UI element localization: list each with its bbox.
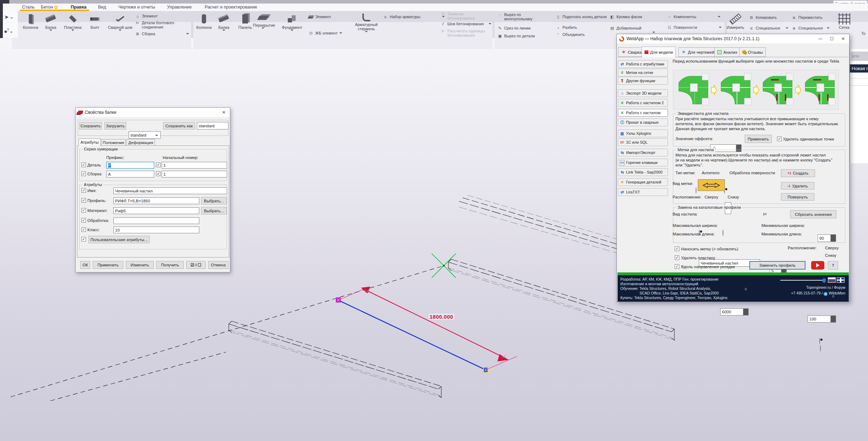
point-button-clipped[interactable]: То [861, 31, 866, 36]
delete-plate-checkbox[interactable]: ✓ [675, 255, 679, 260]
added-material-button[interactable]: ▤Добавленный [610, 26, 655, 33]
sidebar-part-generation-button[interactable]: ✕Генерация деталей [618, 178, 668, 186]
sidebar-rolled-to-welded-button[interactable]: ⒾПрокат в сварные [618, 118, 668, 126]
part-prefix-input[interactable]: P [106, 162, 154, 169]
tab-drawings[interactable]: Чертежи и отчеты [118, 5, 155, 10]
user-attributes-button[interactable]: Пользовательские атрибуты... [88, 236, 150, 243]
slab-button[interactable]: Перекрытие [253, 12, 273, 29]
cancel-button[interactable]: Отмена [208, 261, 228, 269]
group-overflow-caret[interactable] [186, 33, 189, 34]
assembly-start-checkbox[interactable]: ✓ [156, 171, 161, 176]
tab-view[interactable]: Вид [98, 5, 106, 10]
language-slider[interactable] [780, 280, 825, 281]
assembly-prefix-input[interactable]: A [106, 171, 154, 177]
get-button[interactable]: Получить [156, 261, 184, 269]
sidebar-decking2-button[interactable]: ✕Работа с настилом 2 [618, 99, 668, 107]
min-length-spinner[interactable]: 100 [808, 315, 836, 323]
copy-special-button[interactable]: ⧈Специальное [749, 26, 788, 31]
class-checkbox[interactable]: ✓ [81, 227, 86, 232]
tab-analysis[interactable]: Расчет и проектирование [205, 5, 257, 10]
pour-break-button[interactable]: ⫽Шов бетонирования [441, 22, 491, 26]
weldapp-titlebar[interactable]: WeldApp — Набор плагинов для Tekla Struc… [617, 34, 849, 43]
along-laying-checkbox[interactable]: ✓ [675, 264, 679, 269]
rotate-button[interactable]: Повернуть [781, 193, 814, 201]
remove-duplicate-points-checkbox[interactable]: ✓ [777, 137, 782, 141]
profile-checkbox[interactable]: ✓ [81, 198, 86, 203]
part-cut-button[interactable]: ▣Вырез по детали [497, 34, 535, 38]
minimize-icon[interactable]: — [815, 35, 826, 43]
tab-attributes[interactable]: Атрибуты [79, 138, 101, 146]
grid-button[interactable]: Сетка [836, 12, 853, 30]
sidebar-other-functions-button[interactable]: ❢Другие функции [618, 77, 668, 85]
modify-button[interactable]: Изменить [126, 261, 154, 269]
uk-flag-icon[interactable] [837, 277, 845, 283]
chamfer-edge-button[interactable]: ◧Кромка фаски [610, 15, 642, 19]
panel-button[interactable]: Панель [236, 12, 254, 30]
maximize-icon[interactable]: ☐ [826, 35, 837, 43]
name-input[interactable]: Чечевичный настил [113, 187, 227, 194]
sidebar-liratxt-button[interactable]: ⇄LiraTXT [618, 188, 668, 196]
fit-part-end-button[interactable]: ▯Подогнать конец детали [556, 15, 606, 19]
weld-button[interactable]: Сварной шов [106, 12, 134, 31]
skype-name[interactable]: WildoMen [829, 291, 845, 295]
save-as-input[interactable]: standard [197, 122, 228, 129]
profile-input[interactable]: РИФЛ.Т=5,В=1850 [113, 197, 199, 204]
save-as-button[interactable]: Сохранить как [163, 122, 195, 129]
plate-button[interactable]: Пластина [64, 12, 82, 31]
move-button[interactable]: ⧇Переместить [792, 15, 822, 20]
wireframe-beam-3[interactable] [459, 195, 618, 253]
combine-button[interactable]: ⁺Объединить [556, 32, 585, 37]
sidebar-link-sap2000-button[interactable]: ⇆Link Tekla - Sap2000 [618, 168, 668, 176]
split-button[interactable]: ⸗Разбить [556, 25, 577, 30]
profile-select-button[interactable]: Выбрать... [201, 197, 227, 204]
concrete-item-button[interactable]: Элемент [308, 15, 331, 19]
beam-end-handle[interactable] [484, 367, 488, 372]
sidebar-hotkeys-button[interactable]: F4Горячие клавиши [618, 159, 668, 166]
sidebar-export3d-button[interactable]: ∴Экспорт 3D модели [618, 89, 668, 97]
part-start-input[interactable]: 1 [162, 162, 227, 169]
replace-top-radio[interactable] [819, 338, 820, 344]
material-select-button[interactable]: Выбрать... [201, 207, 227, 214]
assembly-button[interactable]: ⊞Сборка [135, 32, 155, 36]
assembly-start-input[interactable]: 1 [162, 171, 227, 177]
copy-button[interactable]: ⧉Копировать [749, 15, 777, 20]
sidebar-1c-sql-button[interactable]: 1С1С или SQL [618, 138, 668, 146]
antibody-radio[interactable] [696, 187, 696, 194]
footing-button[interactable]: Фундамент [281, 12, 303, 31]
youtube-button[interactable] [811, 261, 824, 270]
tab-concrete[interactable]: Бетон [41, 5, 58, 10]
measure-button[interactable]: Измерить [726, 12, 745, 30]
create-mark-button[interactable]: +1Создать [781, 169, 815, 177]
selected-beam-line[interactable] [338, 300, 486, 370]
tab-weld[interactable]: ✳Сварка [618, 47, 645, 57]
item-button[interactable]: ⌂Элемент [135, 14, 158, 18]
assembly-checkbox[interactable]: ✓ [81, 171, 86, 176]
wireframe-beam-1[interactable] [229, 321, 441, 398]
toggle-all-checkboxes-button[interactable]: ☑ / ☐ [186, 261, 206, 269]
move-special-button[interactable]: ⧆Специальное [792, 26, 830, 31]
finish-checkbox[interactable]: ✓ [81, 218, 86, 223]
tab-for-drawings[interactable]: ✕Для чертежей [678, 47, 717, 57]
material-checkbox[interactable]: ✓ [81, 208, 86, 213]
mark-view-swatch[interactable] [698, 179, 725, 191]
sidebar-xplugins-nodes-button[interactable]: ▦Узлы Xplugins [618, 129, 668, 137]
offset-apply-button[interactable]: Применить [745, 135, 772, 143]
replace-bottom-radio[interactable] [820, 345, 821, 352]
save-button[interactable]: Сохранить [79, 122, 102, 129]
reset-values-button[interactable]: Сбросить значения [790, 210, 836, 218]
rebar-set-button[interactable]: ⊍Набор арматуры [383, 15, 445, 19]
name-checkbox[interactable]: ✓ [81, 188, 86, 193]
material-input[interactable]: Риф5 [113, 207, 199, 214]
apply-mark-checkbox[interactable]: ✓ [675, 246, 679, 251]
max-length-spinner[interactable]: 6000 [720, 308, 749, 315]
steel-beam-button[interactable]: Балка [43, 12, 59, 31]
tab-analysis[interactable]: Анализ [715, 47, 740, 57]
sidebar-import-export-button[interactable]: ⇆Импорт/Экспорт [618, 149, 668, 156]
components-button[interactable]: ⁘Компоненты [667, 15, 721, 19]
sidebar-grid-marks-button[interactable]: #Метки на сетке [618, 69, 668, 76]
tab-steel[interactable]: Сталь [22, 5, 34, 10]
tab-feedback[interactable]: Отзывы [739, 47, 766, 57]
site-link[interactable]: Topengineer.ru / Форум [806, 285, 845, 289]
help-button[interactable]: ? [828, 261, 838, 270]
preset-combo[interactable]: standard [129, 131, 161, 139]
